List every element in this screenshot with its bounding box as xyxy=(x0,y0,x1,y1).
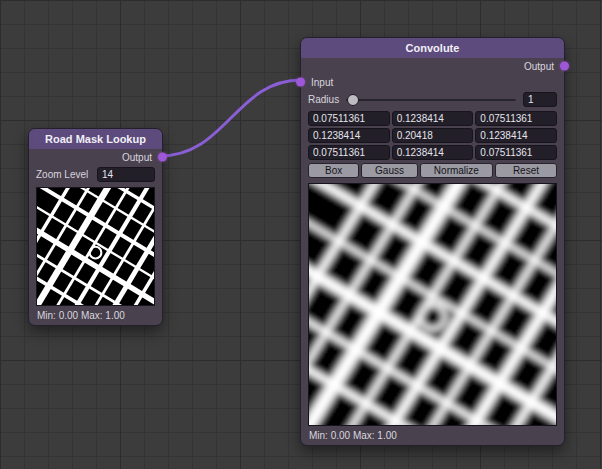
output-port-row: Output xyxy=(301,59,564,74)
node-title: Convolute xyxy=(406,42,460,54)
input-port[interactable] xyxy=(296,78,305,87)
node-title: Road Mask Lookup xyxy=(45,133,146,145)
minmax-label: Min: 0.00 Max: 1.00 xyxy=(29,309,162,325)
minmax-label: Min: 0.00 Max: 1.00 xyxy=(301,429,564,445)
output-port-row: Output xyxy=(29,150,162,165)
kernel-cell[interactable] xyxy=(308,145,390,160)
radius-row: Radius xyxy=(301,92,564,108)
node-road-mask-lookup[interactable]: Road Mask Lookup Output Zoom Level Min: … xyxy=(28,128,163,326)
kernel-cell[interactable] xyxy=(308,128,390,143)
connection-wire[interactable] xyxy=(160,80,301,156)
input-port-label: Input xyxy=(311,77,333,88)
radius-input[interactable] xyxy=(523,92,557,107)
gauss-button[interactable]: Gauss xyxy=(361,163,418,178)
output-port[interactable] xyxy=(158,153,167,162)
kernel-grid xyxy=(308,111,557,160)
zoom-level-input[interactable] xyxy=(97,167,155,182)
radius-slider-handle[interactable] xyxy=(347,94,359,106)
input-port-row: Input xyxy=(301,75,564,90)
zoom-level-row: Zoom Level xyxy=(29,167,162,183)
normalize-button[interactable]: Normalize xyxy=(420,163,493,178)
kernel-cell[interactable] xyxy=(475,128,557,143)
road-mask-preview xyxy=(36,187,155,307)
node-convolute[interactable]: Convolute Output Input Radius xyxy=(300,37,565,446)
output-port-label: Output xyxy=(122,152,152,163)
convolute-preview xyxy=(308,183,557,426)
node-header[interactable]: Convolute xyxy=(301,38,564,58)
kernel-cell[interactable] xyxy=(475,111,557,126)
radius-slider[interactable] xyxy=(346,99,516,101)
radius-label: Radius xyxy=(308,94,339,105)
kernel-buttons-row: Box Gauss Normalize Reset xyxy=(308,163,557,178)
box-button[interactable]: Box xyxy=(308,163,359,178)
kernel-cell[interactable] xyxy=(308,111,390,126)
kernel-cell[interactable] xyxy=(392,111,474,126)
node-header[interactable]: Road Mask Lookup xyxy=(29,129,162,149)
reset-button[interactable]: Reset xyxy=(495,163,557,178)
kernel-cell[interactable] xyxy=(392,128,474,143)
output-port[interactable] xyxy=(560,62,569,71)
kernel-cell[interactable] xyxy=(475,145,557,160)
node-graph-canvas[interactable]: Road Mask Lookup Output Zoom Level Min: … xyxy=(0,0,602,469)
zoom-level-label: Zoom Level xyxy=(36,169,88,180)
kernel-cell[interactable] xyxy=(392,145,474,160)
output-port-label: Output xyxy=(524,61,554,72)
